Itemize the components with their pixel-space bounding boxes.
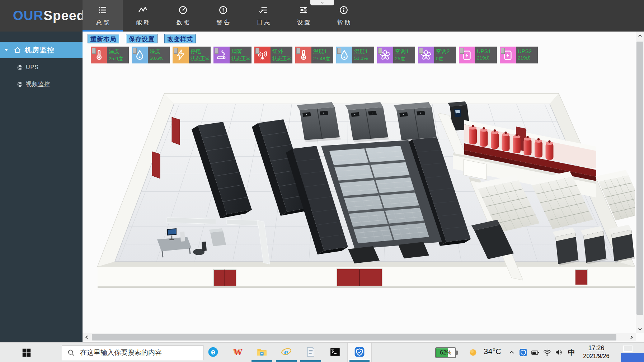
droplet-icon [338, 49, 350, 61]
tray-security-app[interactable] [519, 348, 528, 357]
battery-widget[interactable]: 62% [435, 347, 456, 358]
nav-tab-3[interactable]: 数据 [163, 0, 203, 32]
taskbar-app-wps[interactable]: WW [225, 343, 250, 362]
horizontal-scroll-thumb[interactable] [92, 334, 616, 340]
sensor-tile-4[interactable]: 烟雾 状态正常 [213, 47, 252, 63]
search-input[interactable] [79, 348, 203, 357]
wps-icon: WW [232, 346, 243, 358]
sensor-name: 停电 [191, 48, 210, 55]
nav-tab-5[interactable]: 日志 [243, 0, 283, 32]
sensor-value: 27.48度 [313, 56, 332, 62]
start-button[interactable] [19, 345, 34, 361]
sensor-tile-6[interactable]: 温度1 27.48度 [295, 47, 333, 63]
caret-down-icon [4, 48, 9, 52]
sensor-value: 219伏 [518, 55, 537, 61]
brand-prefix: OUR [13, 8, 43, 23]
layout-toolbar: 重新布局保存设置改变样式 [88, 34, 196, 43]
sensor-value: 25度 [395, 56, 414, 62]
tray-expand[interactable] [508, 349, 516, 356]
log-icon [259, 5, 268, 15]
nav-tab-label: 警告 [215, 19, 232, 27]
sensor-tile-9[interactable]: 空调2 0度 [418, 47, 456, 63]
scroll-up-button[interactable] [636, 32, 644, 40]
nav-tab-label: 设置 [295, 19, 312, 27]
nav-tab-label: 帮助 [335, 19, 352, 27]
horizontal-scrollbar[interactable] [83, 333, 636, 341]
scroll-left-button[interactable] [83, 333, 91, 341]
vertical-scrollbar[interactable] [636, 32, 644, 333]
toolbar-button-1[interactable]: 重新布局 [88, 34, 119, 43]
sensor-tile-2[interactable]: 湿度 50.6% [132, 47, 170, 63]
sensor-tile-5[interactable]: 红外 状态正常 [254, 47, 292, 63]
ie-icon: e [281, 346, 292, 358]
sensor-name: UPS1 [477, 48, 496, 54]
brand-suffix: Speed [43, 8, 85, 23]
app-window: OURSpeed 总览 能耗 数据 警告 日志 设置 帮助 root 2021-… [0, 0, 644, 362]
sensor-tile-7[interactable]: 湿度1 51.1% [336, 47, 374, 63]
sensor-name: 空调1 [395, 48, 414, 55]
taskbar-app-cmd[interactable] [323, 343, 347, 362]
nav-tab-label: 总览 [94, 19, 111, 27]
taskbar-app-notepad[interactable] [299, 343, 323, 362]
sidebar-item-1[interactable]: UPS [0, 62, 83, 73]
vertical-scroll-thumb[interactable] [636, 42, 643, 315]
weather-widget[interactable] [468, 348, 478, 357]
sensor-value: 0度 [436, 56, 455, 62]
taskbar-search[interactable] [62, 345, 203, 360]
fan-icon [379, 49, 391, 61]
tray-volume[interactable] [555, 348, 563, 357]
wave-icon [138, 5, 147, 15]
tray-window-outline-icon[interactable] [623, 346, 633, 352]
temperature-label[interactable]: 34°C [484, 347, 501, 356]
sensor-value: 51.1% [354, 56, 373, 61]
taskbar-apps: e WW e [201, 343, 372, 362]
sidebar: 机房监控 UPS 视频监控 [0, 32, 83, 342]
scroll-right-button[interactable] [627, 333, 636, 341]
chevron-down-icon [319, 0, 325, 5]
sensor-name: 红外 [272, 48, 291, 55]
antenna-icon [257, 49, 268, 61]
ime-indicator[interactable]: 中 [568, 348, 575, 357]
edge-icon: e [207, 346, 219, 358]
scroll-down-button[interactable] [636, 325, 644, 333]
dial-icon [17, 81, 23, 87]
brand-text: OURSpeed [13, 8, 85, 23]
nav-tab-2[interactable]: 能耗 [123, 0, 163, 32]
collapse-header-tab[interactable] [310, 0, 334, 5]
power-units [553, 225, 635, 266]
cmd-icon [329, 346, 341, 358]
taskbar-app-monitor-app[interactable] [347, 343, 372, 362]
thermometer-icon [93, 49, 105, 61]
taskbar-app-edge[interactable]: e [201, 343, 225, 362]
sensor-tile-10[interactable]: UPS1 219伏 [459, 47, 497, 63]
nav-tab-label: 数据 [175, 19, 192, 27]
nav-tab-1[interactable]: 总览 [83, 0, 123, 32]
tray-battery[interactable] [531, 348, 540, 357]
monitor-app-icon [354, 346, 365, 358]
notepad-icon [305, 346, 316, 358]
room-3d-view[interactable] [97, 91, 635, 290]
taskbar-clock[interactable]: 17:26 2021/9/26 [579, 344, 614, 359]
sensor-tile-1[interactable]: 温度 25.9度 [91, 47, 129, 63]
toolbar-button-2[interactable]: 保存设置 [126, 34, 158, 43]
toolbar-button-3[interactable]: 改变样式 [164, 34, 196, 43]
droplet-icon [134, 49, 146, 61]
sidebar-item-2[interactable]: 视频监控 [0, 79, 83, 90]
open-app-indicator [252, 360, 272, 362]
popup-corner-window [621, 353, 644, 362]
taskbar-app-file-explorer[interactable] [250, 343, 274, 362]
open-app-indicator [349, 360, 370, 362]
nav-tab-4[interactable]: 警告 [203, 0, 243, 32]
sensor-tile-11[interactable]: UPS2 219伏 [500, 47, 538, 63]
windows-icon [21, 347, 32, 358]
sidebar-group-room-monitor[interactable]: 机房监控 [0, 42, 83, 58]
brand-logo: OURSpeed [0, 0, 83, 32]
sensor-tile-8[interactable]: 空调1 25度 [377, 47, 415, 63]
sidebar-item-label: 视频监控 [26, 81, 50, 88]
sensor-strip: 温度 25.9度 湿度 50.6% 停电 状态正常 烟雾 状态正常 红外 状态正… [91, 47, 541, 63]
tray-wifi[interactable] [543, 348, 551, 357]
svg-text:W: W [233, 348, 240, 356]
gauge-icon [178, 5, 188, 15]
taskbar-app-internet-explorer[interactable]: e [274, 343, 299, 362]
sensor-tile-3[interactable]: 停电 状态正常 [173, 47, 211, 63]
